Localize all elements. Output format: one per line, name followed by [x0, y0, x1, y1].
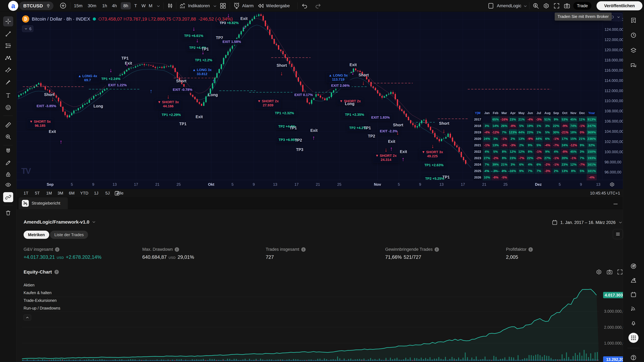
equity-expand-icon[interactable] — [617, 269, 623, 275]
legend-item-0[interactable]: Aktien — [24, 283, 34, 287]
fullscreen-icon[interactable] — [553, 2, 560, 9]
replay-icon[interactable] — [257, 2, 264, 9]
channel-tool[interactable] — [3, 65, 13, 75]
table-cell: 8% — [569, 168, 578, 174]
playback-button[interactable]: Wiedergabe — [266, 3, 290, 8]
timeframe-month[interactable]: M — [149, 3, 152, 8]
alarm-icon[interactable] — [233, 2, 240, 9]
legend-item-3[interactable]: Run-up / Drawdowns — [24, 306, 60, 311]
bell-sidebar-icon[interactable] — [628, 318, 638, 328]
indicator-templates-icon[interactable] — [220, 2, 226, 9]
trade-button[interactable]: Trade — [573, 2, 592, 10]
timeframe-30m[interactable]: 30m — [88, 3, 96, 8]
trash-tool[interactable] — [3, 208, 13, 218]
clock[interactable]: 10:45:45 UTC+1 — [590, 191, 620, 196]
range-button-Alle[interactable]: Alle — [117, 191, 124, 196]
clockh-sidebar-icon[interactable] — [628, 30, 638, 40]
tab-metrics[interactable]: Metriken — [24, 231, 49, 239]
indicators-collapse-chip[interactable]: 6 — [22, 25, 33, 32]
range-button-3M[interactable]: 3M — [58, 191, 63, 196]
layout-icon[interactable] — [488, 2, 494, 9]
publish-button[interactable]: Veröffentlichen — [596, 1, 642, 10]
timeframe-1h[interactable]: 1h — [102, 3, 107, 8]
legend-item-2[interactable]: Trade-Exkursionen — [24, 298, 56, 303]
tab-trades-list[interactable]: Liste der Trades — [50, 231, 88, 239]
timeframe-chevron-icon[interactable] — [156, 4, 161, 8]
timeframe-8h-active[interactable]: 8h — [121, 2, 131, 9]
equity-settings-icon[interactable] — [596, 269, 602, 275]
equity-chart[interactable] — [22, 278, 599, 362]
lock-tool[interactable] — [3, 169, 13, 179]
help-icon[interactable]: ? — [54, 270, 59, 274]
legend-item-1[interactable]: Kaufen & halten — [24, 291, 52, 295]
brush-tool[interactable] — [3, 77, 13, 87]
timeframe-15m[interactable]: 15m — [74, 3, 82, 8]
crosshair-tool[interactable] — [3, 16, 13, 26]
link-tool[interactable] — [3, 192, 13, 202]
textT-tool[interactable] — [3, 90, 13, 100]
indicators-icon[interactable] — [179, 2, 186, 9]
info-icon[interactable]: i — [175, 247, 179, 252]
help-sidebar-icon[interactable] — [628, 353, 638, 362]
range-button-1T[interactable]: 1T — [24, 191, 28, 196]
chart-legend[interactable]: ₿ Bitcoin / Dollar · 8h · INDEX O73.458,… — [22, 15, 233, 23]
range-button-6M[interactable]: 6M — [69, 191, 74, 196]
layers-sidebar-icon[interactable] — [628, 45, 638, 55]
symbol-search-box[interactable]: BTCUSD — [19, 1, 54, 10]
pencil-tool[interactable] — [3, 158, 13, 168]
trend-tool[interactable] — [3, 29, 13, 39]
timeframe-day[interactable]: T — [134, 3, 137, 8]
indicators-button[interactable]: Indikatoren — [188, 3, 210, 8]
strategy-name[interactable]: AmendLogic/Framework-v1.0 — [24, 219, 96, 225]
price-axis[interactable]: 126.000,00124.000,00122.000,00120.000,00… — [602, 12, 623, 180]
redo-icon[interactable] — [314, 2, 321, 9]
app-logo[interactable]: a — [8, 1, 18, 11]
undo-icon[interactable] — [301, 2, 308, 9]
wlist-sidebar-icon[interactable] — [628, 15, 638, 25]
apps-sidebar-icon[interactable] — [628, 333, 638, 343]
ruler-tool[interactable] — [3, 120, 13, 130]
pattern-tool[interactable] — [3, 53, 13, 63]
quick-search-icon[interactable] — [532, 2, 539, 9]
timeframe-week[interactable]: W — [142, 3, 146, 8]
compare-add-icon[interactable] — [60, 2, 67, 9]
table-header-cell: Aug — [544, 110, 552, 116]
range-button-YTD[interactable]: YTD — [80, 191, 88, 196]
info-icon[interactable]: i — [434, 247, 439, 252]
axis-settings-icon[interactable] — [609, 182, 615, 187]
streams-sidebar-icon[interactable] — [628, 303, 638, 313]
ideas-sidebar-icon[interactable] — [628, 275, 638, 285]
snapshot-icon[interactable] — [564, 2, 570, 9]
timeframe-4h[interactable]: 4h — [112, 3, 117, 8]
range-button-5J[interactable]: 5J — [105, 191, 110, 196]
info-icon[interactable]: i — [301, 247, 306, 252]
chat-sidebar-icon[interactable] — [628, 61, 638, 71]
magnet-tool[interactable] — [3, 146, 13, 156]
settings-icon[interactable] — [543, 2, 550, 9]
minimize-panel-icon[interactable] — [612, 200, 619, 206]
layout-chevron-icon[interactable] — [523, 4, 528, 8]
eye-tool[interactable] — [3, 180, 13, 190]
tab-strategy-report[interactable]: Strategiebericht — [19, 197, 68, 209]
cal-sidebar-icon[interactable] — [628, 290, 638, 300]
symbol-title[interactable]: Bitcoin / Dollar · 8h · INDEX — [32, 16, 90, 22]
equity-snapshot-icon[interactable] — [606, 269, 613, 275]
report-layout-button[interactable] — [613, 229, 623, 239]
indicators-chevron-icon[interactable] — [212, 4, 217, 8]
alarm-button[interactable]: Alarm — [242, 3, 254, 8]
info-icon[interactable]: i — [55, 247, 60, 252]
radar-sidebar-icon[interactable] — [628, 261, 638, 271]
range-button-5T[interactable]: 5T — [35, 191, 40, 196]
date-range-picker[interactable]: 1. Jan. 2017 – 16. März 2026 — [552, 219, 623, 226]
legend-collapse-button[interactable] — [24, 315, 31, 321]
layout-name[interactable]: AmendLogic — [497, 3, 521, 8]
table-cell: -4% — [544, 142, 552, 148]
info-icon[interactable]: i — [528, 247, 533, 252]
chart-style-icon[interactable] — [167, 2, 174, 9]
zoomin-tool[interactable] — [3, 132, 13, 142]
smiley-tool[interactable] — [3, 102, 13, 112]
hlines-tool[interactable] — [3, 41, 13, 51]
range-button-1M[interactable]: 1M — [46, 191, 52, 196]
range-button-1J[interactable]: 1J — [94, 191, 98, 196]
time-axis[interactable]: Sep5913172125Okt5913172125Nov5913172125D… — [16, 180, 623, 189]
